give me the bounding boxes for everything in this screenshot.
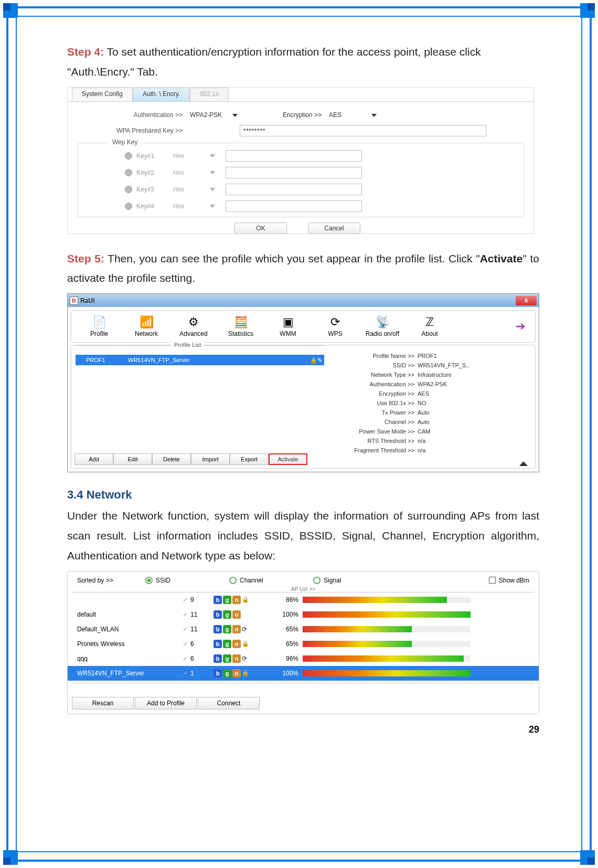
detail-row: Channel >> Auto (334, 419, 530, 428)
ap-channel: ⟋6 (182, 655, 213, 662)
sort-signal[interactable]: Signal (313, 577, 376, 584)
mode-b-icon: b (213, 640, 222, 648)
wep-type-dropdown[interactable]: Hex (173, 152, 210, 160)
signal-bar (303, 655, 471, 662)
chevron-down-icon (210, 188, 215, 191)
toolbar-item-network[interactable]: 📶 Network (123, 315, 170, 337)
delete-button[interactable]: Delete (152, 453, 191, 465)
wep-key-input[interactable] (226, 184, 362, 195)
step4-text-b: "Auth.\Encry." Tab. (67, 66, 158, 78)
chevron-down-icon (371, 114, 377, 117)
dropdown-authentication[interactable]: WPA2-PSK (190, 109, 240, 121)
mode-b-icon: b (213, 610, 222, 619)
ap-list: ⟋9 bgn🔒 86% default ⟋11 bgn 100% Default… (68, 592, 539, 681)
toolbar-item-radio-on-off[interactable]: 📡 Radio on/off (359, 315, 406, 337)
show-dbm-checkbox[interactable]: Show dBm (489, 577, 529, 584)
ap-ssid: Pronets Wireless (77, 640, 182, 648)
cancel-button[interactable]: Cancel (308, 223, 360, 234)
profile-list-pane: Profile List PROF1 WR514VN_FTP_Server 🔒✎… (71, 345, 328, 468)
profile-name: PROF1 (76, 357, 128, 363)
ap-row[interactable]: qqq ⟋6 bgn⟳ 96% (68, 651, 539, 666)
sort-ssid[interactable]: SSID (145, 577, 229, 584)
wep-legend: Wep Key (109, 139, 141, 146)
detail-row: RTS Threshold >> n/a (334, 438, 530, 447)
radio-icon[interactable] (125, 152, 132, 160)
detail-key: RTS Threshold >> (334, 438, 418, 447)
toolbar-item-wps[interactable]: ⟳ WPS (312, 315, 359, 337)
toolbar-item-profile[interactable]: 📄 Profile (76, 315, 123, 337)
wep-key-input[interactable] (226, 167, 362, 178)
detail-value: CAM (418, 428, 430, 438)
ap-list-label: AP List >> (68, 586, 539, 592)
mode-n-icon: n (232, 640, 241, 648)
section-heading: 3.4 Network (67, 488, 539, 502)
ap-modes: bgn⟳ (213, 654, 276, 663)
sort-channel[interactable]: Channel (229, 577, 313, 584)
activate-button[interactable]: Activate (269, 453, 307, 465)
toolbar-icon: ℤ (421, 315, 438, 329)
wep-key-input[interactable] (226, 200, 362, 212)
export-button[interactable]: Export (230, 453, 269, 465)
ok-button[interactable]: OK (234, 223, 287, 234)
toolbar-icon: ▣ (280, 315, 296, 329)
step4-paragraph: Step 4: To set authentication/encryption… (67, 42, 539, 82)
detail-value: n/a (418, 438, 425, 447)
detail-row: SSID >> WR514VN_FTP_S.. (334, 362, 530, 372)
toolbar-item-statistics[interactable]: 🧮 Statistics (217, 315, 264, 337)
add-button[interactable]: Add (74, 453, 113, 465)
ap-row[interactable]: ⟋9 bgn🔒 86% (68, 592, 539, 607)
antenna-icon: ⟋ (182, 596, 188, 604)
radio-icon[interactable] (125, 203, 132, 210)
toolbar-icon: ⚙ (185, 315, 202, 329)
ap-row[interactable]: Default_WLAN ⟋11 bgn⟳ 65% (68, 622, 539, 637)
step4-text-a: To set authentication/encryption informa… (104, 46, 481, 58)
radio-icon[interactable] (125, 169, 132, 176)
ap-row[interactable]: WR514VN_FTP_Server ⟋1 bgn🔒 100% (68, 666, 539, 681)
wep-type-dropdown[interactable]: Hex (173, 186, 210, 193)
mode-n-icon: n (232, 669, 241, 678)
tab-system-config[interactable]: System Config (72, 88, 133, 101)
dropdown-value: WPA2-PSK (190, 111, 222, 119)
tab-8021x[interactable]: 802.1x (190, 88, 229, 101)
antenna-icon: ⟋ (182, 655, 188, 662)
step4-label: Step 4: (67, 46, 104, 58)
edit-button[interactable]: Edit (113, 453, 152, 465)
wep-type-dropdown[interactable]: Hex (173, 169, 210, 176)
lock-icon: 🔒 (242, 670, 248, 676)
toolbar-label: Radio on/off (366, 330, 400, 337)
mode-g-icon: g (223, 596, 231, 604)
radio-icon[interactable] (125, 186, 132, 193)
wep-key-row: Key#3 Hex (78, 181, 524, 198)
arrow-right-icon[interactable]: ➔ (514, 320, 527, 333)
detail-value: NO (418, 400, 426, 409)
ap-row[interactable]: default ⟋11 bgn 100% (68, 607, 539, 622)
rescan-button[interactable]: Rescan (72, 697, 134, 710)
toolbar-item-advanced[interactable]: ⚙ Advanced (170, 315, 217, 337)
import-button[interactable]: Import (191, 453, 230, 465)
detail-key: Use 802.1x >> (334, 400, 418, 409)
detail-key: Encryption >> (334, 390, 418, 400)
expand-up-icon[interactable] (519, 461, 528, 466)
profile-row-selected[interactable]: PROF1 WR514VN_FTP_Server 🔒✎ (76, 355, 324, 365)
detail-key: SSID >> (334, 362, 418, 372)
add-to-profile-button[interactable]: Add to Profile (135, 697, 197, 710)
input-wpa-psk[interactable] (240, 125, 486, 136)
mode-g-icon: g (223, 625, 231, 633)
detail-value: Infrastructure (418, 372, 452, 381)
ap-row[interactable]: Pronets Wireless ⟋6 bgn🔒 65% (68, 637, 539, 651)
dropdown-encryption[interactable]: AES (329, 109, 379, 121)
signal-bar (303, 670, 471, 676)
wep-key-input[interactable] (226, 150, 362, 162)
sorted-by-label: Sorted by >> (77, 577, 145, 584)
tab-auth-encry[interactable]: Auth. \ Encry. (133, 88, 190, 101)
antenna-icon: ⟋ (182, 640, 188, 648)
close-button[interactable]: x (516, 296, 537, 305)
toolbar-item-wmm[interactable]: ▣ WMM (264, 315, 312, 337)
lock-icon: 🔒✎ (310, 357, 322, 364)
detail-row: Use 802.1x >> NO (334, 400, 530, 409)
mode-g-icon: g (223, 669, 231, 678)
connect-button[interactable]: Connect (198, 697, 260, 710)
toolbar-item-about[interactable]: ℤ About (406, 315, 453, 337)
ap-channel: ⟋11 (182, 626, 213, 633)
wep-type-dropdown[interactable]: Hex (173, 203, 210, 210)
